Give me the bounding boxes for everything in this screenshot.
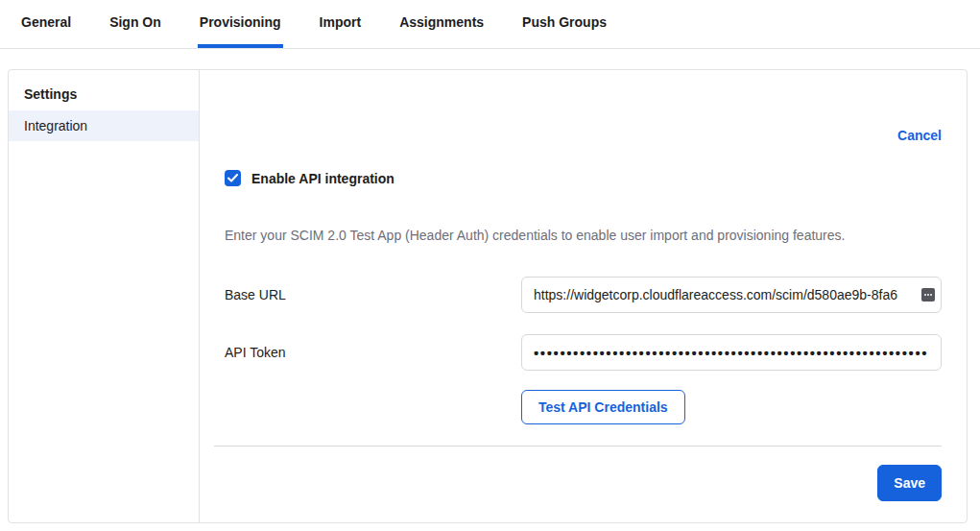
sidebar-header-settings: Settings xyxy=(9,78,199,110)
tab-sign-on[interactable]: Sign On xyxy=(108,0,163,48)
enable-api-label: Enable API integration xyxy=(251,171,394,186)
api-token-field-row: API Token xyxy=(225,334,942,371)
sidebar-item-integration[interactable]: Integration xyxy=(9,110,199,141)
tab-push-groups[interactable]: Push Groups xyxy=(520,0,609,48)
cancel-link[interactable]: Cancel xyxy=(897,128,942,143)
cancel-row: Cancel xyxy=(225,128,942,143)
api-token-input-wrap xyxy=(521,334,942,371)
enable-api-row: Enable API integration xyxy=(225,170,942,186)
api-token-input[interactable] xyxy=(521,334,942,371)
base-url-input[interactable] xyxy=(521,277,942,313)
tab-provisioning[interactable]: Provisioning xyxy=(198,0,283,48)
provisioning-panel: Settings Integration Cancel Enable API i… xyxy=(8,69,968,523)
tab-general[interactable]: General xyxy=(19,0,73,48)
base-url-input-wrap xyxy=(521,277,942,313)
checkmark-icon xyxy=(227,174,238,182)
sidebar: Settings Integration xyxy=(9,70,200,522)
api-token-label: API Token xyxy=(225,345,521,360)
tab-assignments[interactable]: Assignments xyxy=(397,0,486,48)
test-api-credentials-button[interactable]: Test API Credentials xyxy=(521,390,685,424)
enable-api-checkbox[interactable] xyxy=(225,170,241,186)
test-credentials-row: Test API Credentials xyxy=(521,390,942,424)
base-url-label: Base URL xyxy=(225,287,521,302)
base-url-field-row: Base URL xyxy=(225,277,942,313)
footer-divider xyxy=(214,446,942,447)
tab-import[interactable]: Import xyxy=(318,0,364,48)
credentials-description: Enter your SCIM 2.0 Test App (Header Aut… xyxy=(225,227,942,244)
tab-bar: General Sign On Provisioning Import Assi… xyxy=(0,0,980,49)
text-cursor-artifact xyxy=(921,288,935,302)
integration-settings-content: Cancel Enable API integration Enter your… xyxy=(200,70,967,522)
save-row: Save xyxy=(225,465,942,501)
save-button[interactable]: Save xyxy=(877,465,942,501)
